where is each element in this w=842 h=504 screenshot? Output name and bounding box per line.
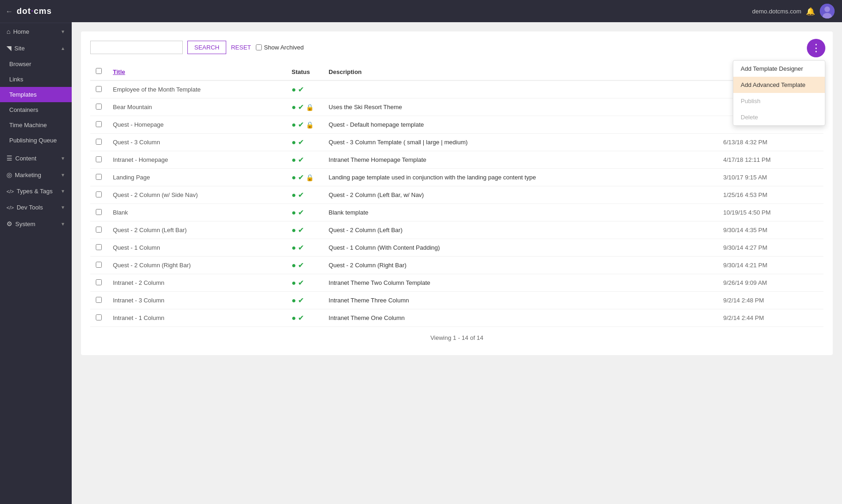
- status-cell: ●✔🔒: [286, 169, 323, 186]
- check-icon: ✔: [298, 313, 304, 322]
- home-icon: ⌂: [6, 28, 10, 35]
- status-cell: ●✔: [286, 80, 323, 98]
- sidebar-item-links[interactable]: Links: [0, 72, 72, 87]
- sidebar-item-templates[interactable]: Templates: [0, 87, 72, 102]
- template-title-link[interactable]: Landing Page: [113, 174, 150, 181]
- status-cell: ●✔🔒: [286, 98, 323, 116]
- chevron-down-icon: ▼: [61, 189, 65, 194]
- sidebar-item-home[interactable]: ⌂ Home ▼: [0, 23, 72, 40]
- lock-icon: 🔒: [306, 121, 314, 129]
- row-checkbox[interactable]: [96, 104, 102, 110]
- search-button[interactable]: SEARCH: [187, 41, 226, 54]
- search-input[interactable]: [90, 41, 183, 54]
- live-status-icon: ●: [291, 226, 296, 234]
- main-content: demo.dotcms.com 🔔 ⋮ Add Template Designe…: [72, 0, 842, 504]
- sidebar-item-site[interactable]: ◥ Site ▲: [0, 40, 72, 56]
- sidebar-item-dev-tools[interactable]: </> Dev Tools ▼: [0, 199, 72, 215]
- sidebar-item-system[interactable]: ⚙ System ▼: [0, 215, 72, 232]
- sidebar-item-time-machine[interactable]: Time Machine: [0, 117, 72, 133]
- sidebar-item-types-tags[interactable]: </> Types & Tags ▼: [0, 183, 72, 199]
- title-sort-link[interactable]: Title: [113, 68, 125, 75]
- row-checkbox[interactable]: [96, 156, 102, 162]
- panel: ⋮ Add Template Designer Add Advanced Tem…: [81, 31, 833, 355]
- add-template-designer-item[interactable]: Add Template Designer: [733, 61, 825, 77]
- template-title-link[interactable]: Employee of the Month Template: [113, 86, 201, 93]
- date-cell: 4/17/18 12:11 PM: [718, 151, 823, 169]
- template-title-link[interactable]: Quest - 2 Column (w/ Side Nav): [113, 191, 198, 198]
- row-checkbox[interactable]: [96, 121, 102, 127]
- template-title-link[interactable]: Blank: [113, 209, 128, 216]
- template-title-link[interactable]: Quest - 3 Column: [113, 139, 160, 146]
- template-title-link[interactable]: Quest - 2 Column (Right Bar): [113, 262, 191, 269]
- lock-icon: 🔒: [306, 174, 314, 181]
- description-cell: Intranet Theme Homepage Template: [323, 151, 718, 169]
- row-checkbox[interactable]: [96, 314, 102, 320]
- avatar[interactable]: [820, 4, 835, 18]
- check-icon: ✔: [298, 85, 304, 94]
- template-title-link[interactable]: Quest - Homepage: [113, 121, 164, 128]
- date-cell: 10/19/15 4:50 PM: [718, 204, 823, 221]
- row-checkbox[interactable]: [96, 262, 102, 268]
- template-title-link[interactable]: Intranet - 1 Column: [113, 314, 164, 321]
- status-cell: ●✔: [286, 221, 323, 239]
- date-cell: 1/25/16 4:53 PM: [718, 186, 823, 204]
- live-status-icon: ●: [291, 209, 296, 217]
- template-title-link[interactable]: Quest - 2 Column (Left Bar): [113, 227, 187, 234]
- template-title-link[interactable]: Intranet - Homepage: [113, 156, 168, 163]
- check-icon: ✔: [298, 226, 304, 234]
- status-cell: ●✔: [286, 186, 323, 204]
- row-checkbox[interactable]: [96, 191, 102, 197]
- notifications-bell-icon[interactable]: 🔔: [806, 7, 815, 16]
- template-title-link[interactable]: Intranet - 2 Column: [113, 279, 164, 286]
- system-icon: ⚙: [6, 220, 12, 227]
- row-checkbox[interactable]: [96, 174, 102, 180]
- publish-item: Publish: [733, 93, 825, 109]
- template-title-link[interactable]: Intranet - 3 Column: [113, 297, 164, 304]
- select-all-checkbox[interactable]: [96, 68, 102, 74]
- sidebar-item-containers[interactable]: Containers: [0, 102, 72, 117]
- lock-icon: 🔒: [306, 104, 314, 111]
- check-icon: ✔: [298, 120, 304, 129]
- show-archived-label[interactable]: Show Archived: [256, 44, 304, 51]
- sidebar-item-browser[interactable]: Browser: [0, 56, 72, 72]
- sidebar-item-content[interactable]: ☰ Content ▼: [0, 150, 72, 166]
- content-icon: ☰: [6, 154, 12, 162]
- types-tags-icon: </>: [6, 189, 14, 194]
- row-checkbox[interactable]: [96, 244, 102, 250]
- chevron-down-icon: ▼: [61, 221, 65, 227]
- sidebar-item-publishing-queue[interactable]: Publishing Queue: [0, 133, 72, 148]
- templates-table: Title Status Description Employee of the…: [90, 63, 823, 327]
- row-checkbox[interactable]: [96, 279, 102, 285]
- row-checkbox[interactable]: [96, 86, 102, 92]
- table-row: Quest - Homepage●✔🔒Quest - Default homep…: [90, 116, 823, 134]
- description-cell: Intranet Theme One Column: [323, 309, 718, 327]
- row-checkbox[interactable]: [96, 297, 102, 303]
- table-row: Intranet - 1 Column●✔Intranet Theme One …: [90, 309, 823, 327]
- more-options-button[interactable]: ⋮: [807, 39, 825, 57]
- reset-button[interactable]: RESET: [231, 44, 251, 51]
- table-row: Quest - 2 Column (w/ Side Nav)●✔Quest - …: [90, 186, 823, 204]
- add-advanced-template-item[interactable]: Add Advanced Template: [733, 77, 825, 93]
- check-icon: ✔: [298, 191, 304, 199]
- row-checkbox[interactable]: [96, 227, 102, 233]
- sidebar-item-label: Publishing Queue: [9, 137, 57, 144]
- template-title-link[interactable]: Bear Mountain: [113, 104, 152, 111]
- check-icon: ✔: [298, 173, 304, 182]
- description-cell: Quest - 1 Column (With Content Padding): [323, 239, 718, 257]
- sidebar-item-label: Dev Tools: [17, 204, 43, 211]
- status-cell: ●✔: [286, 239, 323, 257]
- live-status-icon: ●: [291, 314, 296, 322]
- row-checkbox[interactable]: [96, 209, 102, 215]
- row-checkbox[interactable]: [96, 139, 102, 145]
- sidebar-item-label: Types & Tags: [17, 188, 53, 195]
- template-title-link[interactable]: Quest - 1 Column: [113, 244, 160, 251]
- status-cell: ●✔: [286, 204, 323, 221]
- show-archived-checkbox[interactable]: [256, 44, 262, 50]
- back-button[interactable]: ←: [6, 7, 13, 16]
- check-icon: ✔: [298, 243, 304, 252]
- sidebar-item-label: Content: [15, 155, 37, 162]
- dev-tools-icon: </>: [6, 205, 14, 210]
- live-status-icon: ●: [291, 244, 296, 252]
- sidebar-item-marketing[interactable]: ◎ Marketing ▼: [0, 166, 72, 183]
- marketing-icon: ◎: [6, 171, 12, 178]
